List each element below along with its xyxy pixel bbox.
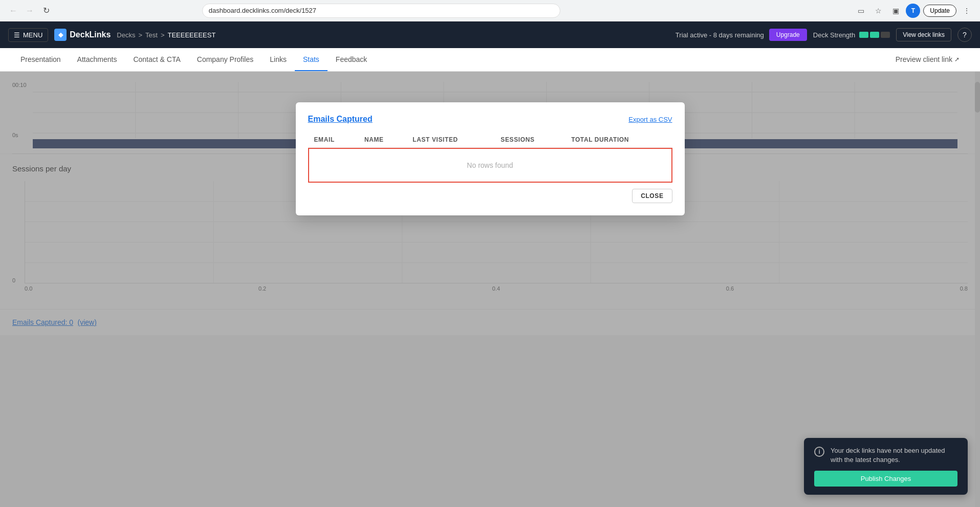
- tab-attachments[interactable]: Attachments: [69, 48, 125, 71]
- tab-stats[interactable]: Stats: [295, 48, 328, 71]
- menu-label: MENU: [23, 31, 42, 39]
- col-sessions: SESSIONS: [494, 132, 565, 148]
- emails-captured-modal: Emails Captured Export as CSV EMAIL NAME…: [296, 102, 685, 215]
- modal-header: Emails Captured Export as CSV: [308, 115, 672, 124]
- strength-bar-2: [870, 32, 879, 38]
- modal-footer: CLOSE: [308, 189, 672, 203]
- col-name: NAME: [358, 132, 406, 148]
- update-button[interactable]: Update: [923, 5, 956, 17]
- refresh-button[interactable]: ↻: [39, 4, 53, 18]
- logo-icon: ◆: [54, 29, 67, 41]
- cast-icon[interactable]: ▭: [854, 4, 868, 18]
- deck-strength-label: Deck Strength: [813, 31, 855, 39]
- hamburger-icon: ☰: [14, 31, 20, 39]
- breadcrumb: Decks > Test > TEEEEEEEEST: [117, 31, 215, 39]
- trial-notice: Trial active - 8 days remaining Upgrade: [676, 29, 807, 41]
- breadcrumb-decks[interactable]: Decks: [117, 31, 135, 39]
- view-deck-links-button[interactable]: View deck links: [896, 28, 951, 41]
- strength-bar-3: [881, 32, 890, 38]
- star-icon[interactable]: ☆: [871, 4, 885, 18]
- close-button[interactable]: CLOSE: [632, 189, 672, 203]
- export-csv-link[interactable]: Export as CSV: [628, 116, 672, 123]
- app-header: ☰ MENU ◆ DeckLinks Decks > Test > TEEEEE…: [0, 21, 980, 48]
- logo-text: DeckLinks: [70, 30, 111, 39]
- trial-text: Trial active - 8 days remaining: [676, 31, 764, 39]
- publish-changes-button[interactable]: Publish Changes: [814, 471, 957, 487]
- tab-feedback[interactable]: Feedback: [328, 48, 375, 71]
- address-bar[interactable]: dashboard.decklinks.com/deck/1527: [202, 4, 560, 18]
- nav-buttons: ← → ↻: [6, 4, 53, 18]
- col-total-duration: TOTAL DURATION: [565, 132, 672, 148]
- tab-icon[interactable]: ▣: [888, 4, 903, 18]
- col-email: EMAIL: [308, 132, 358, 148]
- empty-state: No rows found: [308, 148, 672, 183]
- tab-navigation: Presentation Attachments Contact & CTA C…: [0, 48, 980, 72]
- browser-actions: ▭ ☆ ▣ T Update ⋮: [854, 4, 974, 18]
- url-text: dashboard.decklinks.com/deck/1527: [209, 7, 316, 14]
- emails-table: EMAIL NAME LAST VISITED SESSIONS TOTAL D…: [308, 132, 672, 183]
- strength-bars: [859, 32, 890, 38]
- info-icon: i: [814, 447, 824, 457]
- deck-strength: Deck Strength: [813, 31, 890, 39]
- toast-message: Your deck links have not been updated wi…: [831, 446, 957, 465]
- col-last-visited: LAST VISITED: [406, 132, 494, 148]
- menu-dots-icon[interactable]: ⋮: [960, 4, 974, 18]
- main-content: 00:10 0s: [0, 72, 980, 507]
- back-button[interactable]: ←: [6, 4, 20, 18]
- avatar: T: [906, 4, 920, 18]
- browser-chrome: ← → ↻ dashboard.decklinks.com/deck/1527 …: [0, 0, 980, 21]
- tab-presentation[interactable]: Presentation: [12, 48, 69, 71]
- breadcrumb-current: TEEEEEEEEST: [167, 31, 215, 39]
- breadcrumb-sep2: >: [161, 31, 165, 39]
- tab-links[interactable]: Links: [262, 48, 295, 71]
- help-button[interactable]: ?: [957, 28, 972, 42]
- toast-content: i Your deck links have not been updated …: [814, 446, 957, 465]
- strength-bar-1: [859, 32, 868, 38]
- logo: ◆ DeckLinks: [54, 29, 111, 41]
- toast-notification: i Your deck links have not been updated …: [804, 438, 968, 495]
- forward-button[interactable]: →: [23, 4, 37, 18]
- tab-company-profiles[interactable]: Company Profiles: [189, 48, 262, 71]
- modal-title: Emails Captured: [308, 115, 373, 124]
- external-link-icon: ➚: [954, 56, 960, 63]
- tab-contact-cta[interactable]: Contact & CTA: [125, 48, 188, 71]
- tab-preview-client-link[interactable]: Preview client link ➚: [887, 48, 968, 71]
- breadcrumb-sep1: >: [138, 31, 142, 39]
- menu-button[interactable]: ☰ MENU: [8, 28, 48, 42]
- breadcrumb-test[interactable]: Test: [145, 31, 158, 39]
- upgrade-button[interactable]: Upgrade: [769, 29, 807, 41]
